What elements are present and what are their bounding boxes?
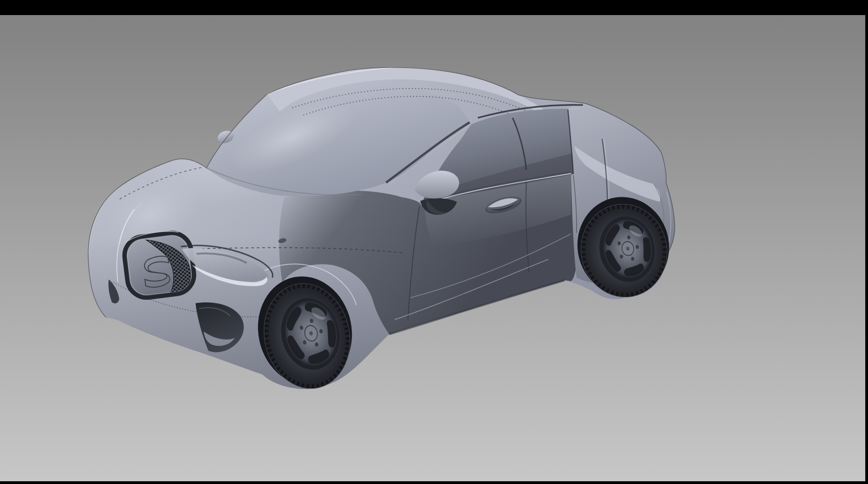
letterbox-right-bar bbox=[865, 0, 868, 484]
render-frame: 3D render of a silver concept hatchback,… bbox=[0, 0, 868, 484]
letterbox-top-bar bbox=[0, 0, 868, 15]
front-grille bbox=[122, 228, 196, 300]
car-render-svg: 3D render of a silver concept hatchback,… bbox=[0, 15, 865, 481]
letterbox-bottom-bar bbox=[0, 481, 868, 484]
viewport-3d[interactable]: 3D render of a silver concept hatchback,… bbox=[0, 15, 865, 481]
